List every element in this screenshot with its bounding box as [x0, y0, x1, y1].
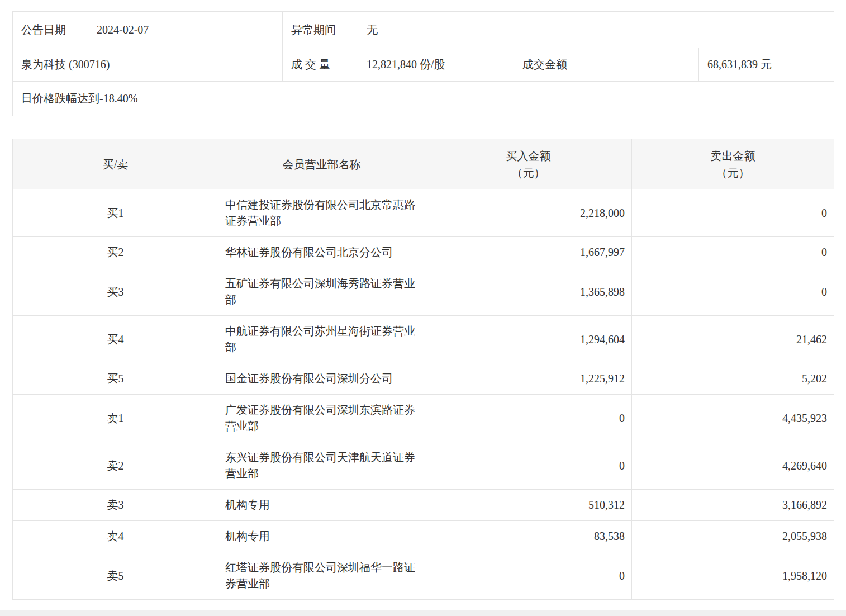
col-header-sell-line1: 卖出金额 [632, 148, 834, 164]
col-header-buy-amount: 买入金额 （元） [425, 139, 632, 189]
buy-amount-cell: 1,225,912 [425, 363, 632, 395]
buy-amount-cell: 1,294,604 [425, 316, 632, 363]
branch-name-cell: 五矿证券有限公司深圳海秀路证券营业部 [218, 268, 425, 316]
buy-amount-cell: 1,667,997 [425, 237, 632, 268]
buy-amount-cell: 83,538 [425, 521, 632, 552]
sell-amount-cell: 2,055,938 [632, 521, 834, 552]
side-cell: 买4 [13, 316, 218, 363]
side-cell: 卖5 [13, 552, 218, 600]
table-row: 卖2 东兴证券股份有限公司天津航天道证券营业部 0 4,269,640 [13, 442, 834, 490]
info-row-reason: 日价格跌幅达到-18.40% [13, 82, 834, 116]
branch-name-cell: 红塔证券股份有限公司深圳福华一路证券营业部 [218, 552, 425, 600]
stock-info-table: 公告日期 2024-02-07 异常期间 无 泉为科技 (300716) 成 交… [12, 11, 834, 116]
branch-name-cell: 华林证券股份有限公司北京分公司 [218, 237, 425, 268]
table-row: 卖3 机构专用 510,312 3,166,892 [13, 490, 834, 521]
table-row: 卖4 机构专用 83,538 2,055,938 [13, 521, 834, 552]
sell-amount-cell: 0 [632, 237, 834, 268]
announce-date-label: 公告日期 [13, 12, 88, 48]
volume-value: 12,821,840 份/股 [358, 48, 514, 82]
table-header-row: 买/卖 会员营业部名称 买入金额 （元） 卖出金额 （元） [13, 139, 834, 189]
sell-amount-cell: 0 [632, 189, 834, 237]
side-cell: 买2 [13, 237, 218, 268]
sell-amount-cell: 1,958,120 [632, 552, 834, 600]
info-row-stock: 泉为科技 (300716) 成 交 量 12,821,840 份/股 成交金额 … [13, 48, 834, 82]
col-header-sell-amount: 卖出金额 （元） [632, 139, 834, 189]
col-header-buy-line2: （元） [425, 164, 631, 181]
side-cell: 卖3 [13, 490, 218, 521]
col-header-side: 买/卖 [13, 139, 218, 189]
abnormal-reason-text: 日价格跌幅达到-18.40% [13, 82, 834, 116]
table-row: 买4 中航证券有限公司苏州星海街证券营业部 1,294,604 21,462 [13, 316, 834, 363]
table-row: 买3 五矿证券有限公司深圳海秀路证券营业部 1,365,898 0 [13, 268, 834, 316]
buy-amount-cell: 2,218,000 [425, 189, 632, 237]
sell-amount-cell: 5,202 [632, 363, 834, 395]
table-row: 卖5 红塔证券股份有限公司深圳福华一路证券营业部 0 1,958,120 [13, 552, 834, 600]
side-cell: 卖2 [13, 442, 218, 490]
volume-label: 成 交 量 [283, 48, 358, 82]
announce-date-value: 2024-02-07 [88, 12, 283, 48]
side-cell: 买1 [13, 189, 218, 237]
sell-amount-cell: 0 [632, 268, 834, 316]
table-row: 卖1 广发证券股份有限公司深圳东滨路证券营业部 0 4,435,923 [13, 395, 834, 442]
col-header-branch: 会员营业部名称 [218, 139, 425, 189]
side-cell: 买3 [13, 268, 218, 316]
sell-amount-cell: 3,166,892 [632, 490, 834, 521]
side-cell: 卖4 [13, 521, 218, 552]
buy-amount-cell: 0 [425, 395, 632, 442]
branch-name-cell: 中航证券有限公司苏州星海街证券营业部 [218, 316, 425, 363]
table-row: 买5 国金证券股份有限公司深圳分公司 1,225,912 5,202 [13, 363, 834, 395]
broker-ranking-table: 买/卖 会员营业部名称 买入金额 （元） 卖出金额 （元） 买1 中信建投证券股… [12, 139, 834, 600]
branch-name-cell: 国金证券股份有限公司深圳分公司 [218, 363, 425, 395]
buy-amount-cell: 1,365,898 [425, 268, 632, 316]
col-header-buy-line1: 买入金额 [425, 148, 631, 164]
branch-name-cell: 广发证券股份有限公司深圳东滨路证券营业部 [218, 395, 425, 442]
branch-name-cell: 中信建投证券股份有限公司北京常惠路证券营业部 [218, 189, 425, 237]
table-row: 买1 中信建投证券股份有限公司北京常惠路证券营业部 2,218,000 0 [13, 189, 834, 237]
sell-amount-cell: 4,435,923 [632, 395, 834, 442]
sell-amount-cell: 21,462 [632, 316, 834, 363]
sell-amount-cell: 4,269,640 [632, 442, 834, 490]
next-section-strip [0, 610, 846, 616]
buy-amount-cell: 0 [425, 442, 632, 490]
buy-amount-cell: 0 [425, 552, 632, 600]
col-header-sell-line2: （元） [632, 164, 834, 181]
branch-name-cell: 东兴证券股份有限公司天津航天道证券营业部 [218, 442, 425, 490]
side-cell: 卖1 [13, 395, 218, 442]
turnover-label: 成交金额 [514, 48, 699, 82]
abnormal-period-label: 异常期间 [283, 12, 358, 48]
side-cell: 买5 [13, 363, 218, 395]
disclosure-page: 公告日期 2024-02-07 异常期间 无 泉为科技 (300716) 成 交… [0, 0, 846, 616]
turnover-value: 68,631,839 元 [699, 48, 834, 82]
stock-name: 泉为科技 (300716) [13, 48, 283, 82]
buy-amount-cell: 510,312 [425, 490, 632, 521]
branch-name-cell: 机构专用 [218, 490, 425, 521]
abnormal-period-value: 无 [358, 12, 834, 48]
table-row: 买2 华林证券股份有限公司北京分公司 1,667,997 0 [13, 237, 834, 268]
info-row-date: 公告日期 2024-02-07 异常期间 无 [13, 12, 834, 48]
branch-name-cell: 机构专用 [218, 521, 425, 552]
